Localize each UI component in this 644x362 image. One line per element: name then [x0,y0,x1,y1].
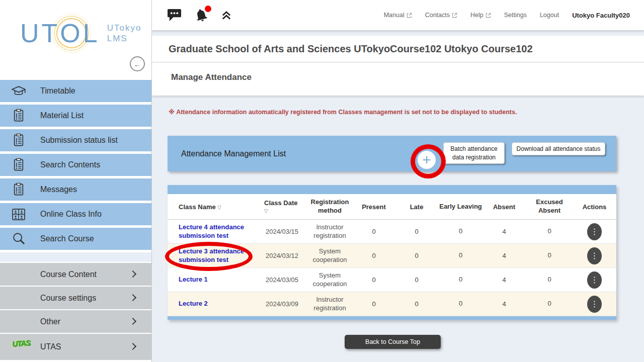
collapse-topbar-icon[interactable] [221,10,232,21]
early-leaving-count: 0 [439,251,482,260]
logo-letter: T [42,20,60,46]
left-arrow-icon: ← [134,60,141,68]
sidebar-item-messages[interactable]: Messages [0,178,151,201]
sidebar-item-submission-status-list[interactable]: Submission status list [0,129,151,151]
class-link[interactable]: Lecture 4 attendance submission test [179,223,258,240]
panel-title: Attendance Management List [181,149,286,158]
sidebar-item-label: Submission status list [40,136,118,145]
vertical-ellipsis-icon: ⋮ [591,227,599,236]
sidebar-group-course-settings[interactable]: Course settings [0,287,151,309]
class-link[interactable]: Lecture 3 attendance submission test [179,247,258,264]
graduation-cap-icon [10,85,27,98]
excused-absent-count: 0 [526,276,573,284]
sidebar-group-course-content[interactable]: Course Content [0,263,151,286]
clipboard-list-icon [10,158,27,172]
registration-method: System cooperation [306,272,354,289]
early-leaving-count: 0 [439,227,482,236]
notifications-bell-icon[interactable] [194,8,209,23]
logout-link[interactable]: Logout [540,12,559,19]
sidebar-group-utas[interactable]: UTAS UTAS [0,334,151,360]
table-row: Lecture 4 attendance submission test 202… [168,220,616,244]
sort-icon[interactable]: ▽ [217,205,221,210]
table-bottom-strip [168,316,616,320]
online-class-grid-icon [10,208,27,221]
logo-letter: U [20,20,42,46]
sidebar-item-label: Search Contents [40,160,100,169]
table-row: Lecture 3 attendance submission test 202… [168,244,616,268]
vertical-ellipsis-icon: ⋮ [591,275,599,285]
column-header-absent: Absent [482,203,526,211]
sidebar-item-search-course[interactable]: Search Course [0,228,151,250]
settings-link[interactable]: Settings [504,12,527,19]
chevron-right-icon [129,343,136,350]
back-to-course-top-button[interactable]: Back to Course Top [345,335,441,349]
table-row: Lecture 2 2024/03/09 Instructor registra… [168,292,616,316]
sidebar-group-label: Other [40,317,60,326]
utol-lms-app: UTOL UTokyo LMS ← Timetable Material Lis [0,0,644,362]
vertical-ellipsis-icon: ⋮ [591,251,599,260]
course-title: Graduate School of Arts and Sciences UTo… [169,43,533,55]
sidebar-item-label: Timetable [40,86,75,96]
class-link[interactable]: Lecture 2 [179,300,216,308]
clipboard-list-icon [10,133,27,147]
chat-icon[interactable] [167,9,182,22]
attendance-management-panel: Attendance Management List + Batch atten… [168,136,616,171]
column-header-class-name[interactable]: Class Name ▽ [168,203,258,211]
help-link[interactable]: Help [470,12,491,19]
sidebar-item-search-contents[interactable]: Search Contents [0,154,151,176]
column-header-early-leaving: Early Leaving [439,203,482,211]
absent-count: 4 [482,228,526,235]
sidebar-item-label: Search Course [40,234,94,243]
row-actions-menu-button[interactable]: ⋮ [587,223,602,240]
sort-icon[interactable]: ▽ [264,208,306,214]
chevron-right-icon [129,294,136,301]
chevron-right-icon [129,270,136,277]
sidebar-item-timetable[interactable]: Timetable [0,80,151,102]
add-attendance-button[interactable]: + [418,151,436,169]
logged-in-user: Utokyo Faculty020 [572,12,630,19]
batch-attendance-data-registration-button[interactable]: Batch attendance data registration [443,142,505,164]
registration-method: Instructor registration [306,223,354,240]
sidebar-group-other[interactable]: Other [0,310,151,333]
class-link[interactable]: Lecture 1 [179,276,216,284]
column-header-excused-absent: Excused Absent [526,198,573,215]
row-actions-menu-button[interactable]: ⋮ [587,247,602,264]
sidebar-item-label: Material List [40,111,84,120]
column-header-class-date[interactable]: Class Date ▽ [258,199,306,214]
class-date: 2024/03/05 [258,276,306,284]
clipboard-list-icon [10,109,27,123]
manual-link[interactable]: Manual [384,12,412,19]
present-count: 0 [354,228,394,235]
logo-letter: L [83,20,100,46]
course-title-band: Graduate School of Arts and Sciences UTo… [152,36,644,62]
row-actions-menu-button[interactable]: ⋮ [587,272,602,289]
download-all-attendance-status-button[interactable]: Download all attendance status [512,142,605,155]
present-count: 0 [354,300,394,308]
attendance-table: Class Name ▽ Class Date ▽ Registration m… [168,185,616,320]
excused-absent-count: 0 [526,227,573,236]
class-date: 2024/03/15 [258,228,306,235]
clipboard-list-icon [10,183,27,197]
late-count: 0 [394,300,439,308]
contacts-link[interactable]: Contacts [425,12,457,19]
sidebar-item-online-class-info[interactable]: Online Class Info [0,203,151,225]
external-link-icon [407,13,412,18]
sidebar-group-label: Course Content [40,270,97,279]
early-leaving-count: 0 [439,300,482,308]
column-header-late: Late [394,203,439,211]
class-date: 2024/03/12 [258,252,306,259]
attendance-notice: ※ Attendance information automatically r… [169,108,517,116]
external-link-icon [486,13,491,18]
late-count: 0 [394,228,439,235]
absent-count: 4 [482,252,526,259]
absent-count: 4 [482,300,526,308]
class-date: 2024/03/09 [258,300,306,308]
sidebar-item-material-list[interactable]: Material List [0,105,151,127]
plus-icon: + [422,152,431,167]
sidebar-collapse-button[interactable]: ← [130,56,145,71]
excused-absent-count: 0 [526,251,573,260]
row-actions-menu-button[interactable]: ⋮ [587,296,602,313]
topbar-links: Manual Contacts Help Settings Logout Uto… [384,12,630,19]
late-count: 0 [394,252,439,259]
column-header-actions: Actions [573,203,616,211]
